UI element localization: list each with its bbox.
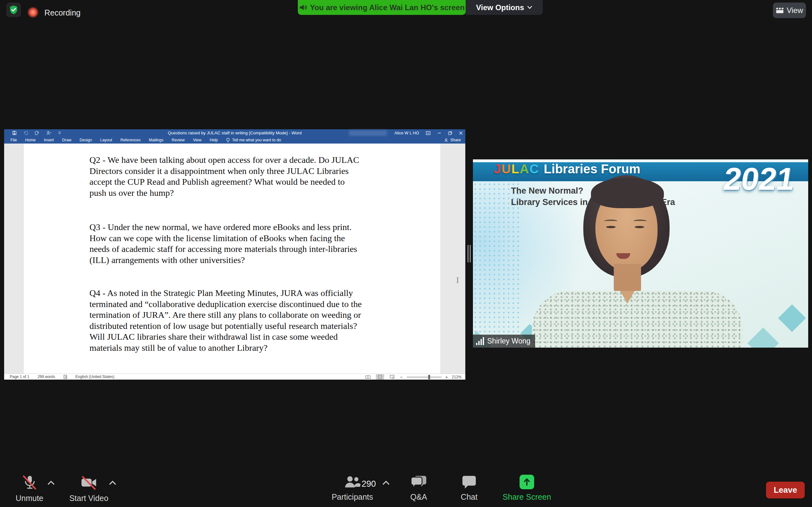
background-diamond [778, 304, 806, 332]
viewing-screen-banner: You are viewing Alice Wai Lan HO's scree… [298, 0, 466, 15]
word-statusbar: Page 1 of 1 299 words English (United St… [4, 374, 465, 380]
qa-label: Q&A [410, 493, 427, 502]
word-ribbon-tabs: File Home Insert Draw Design Layout Refe… [4, 136, 465, 144]
tab-review[interactable]: Review [171, 138, 185, 142]
start-video-button[interactable]: Start Video [69, 475, 108, 503]
tell-me-label: Tell me what you want to do [232, 138, 281, 142]
ribbon-display-options-icon[interactable] [426, 131, 430, 135]
security-shield-button[interactable] [6, 3, 21, 17]
document-paragraph-q2: Q2 - We have been talking about open acc… [90, 155, 394, 199]
shared-screen-word-window: Questions raised by JULAC staff in writi… [4, 129, 465, 377]
tab-view[interactable]: View [193, 138, 201, 142]
tab-help[interactable]: Help [210, 138, 218, 142]
redacted-region [349, 130, 387, 136]
read-mode-icon [365, 375, 370, 379]
camera-off-icon [80, 475, 98, 491]
zoom-percentage[interactable]: 212% [452, 375, 461, 379]
qa-button[interactable]: Q&A [404, 475, 433, 502]
share-screen-icon [519, 475, 534, 489]
speaker-video-tile: JULAC Libraries Forum 2021 The New Norma… [473, 159, 808, 348]
start-video-label: Start Video [69, 494, 108, 503]
panel-resize-handle[interactable] [467, 245, 472, 262]
web-layout-button[interactable] [388, 374, 396, 380]
unmute-button[interactable]: Unmute [14, 475, 45, 503]
share-person-icon [444, 138, 448, 142]
unmute-label: Unmute [15, 494, 44, 503]
forum-year: 2021 [721, 161, 797, 197]
recording-label: Recording [44, 8, 81, 17]
audio-level-icon [476, 337, 484, 345]
qa-bubbles-icon [410, 475, 427, 489]
julac-logo-text: JULAC [494, 162, 539, 176]
participant-name: Shirley Wong [487, 337, 530, 345]
person-blouse [532, 291, 743, 348]
status-page-number[interactable]: Page 1 of 1 [10, 375, 29, 379]
zoom-out-button[interactable]: − [400, 374, 403, 380]
share-screen-button[interactable]: Share Screen [502, 475, 552, 502]
proofing-status-icon[interactable] [63, 375, 67, 379]
chat-label: Chat [461, 493, 478, 502]
print-layout-icon [378, 375, 382, 379]
read-mode-button[interactable] [364, 374, 372, 380]
lightbulb-icon [226, 138, 230, 143]
recording-dot-icon [27, 7, 39, 18]
word-titlebar-controls: Alice W L HO [394, 129, 463, 136]
word-document-page: Q2 - We have been talking about open acc… [24, 144, 440, 374]
word-titlebar: Questions raised by JULAC staff in writi… [4, 129, 465, 136]
audio-options-chevron-icon[interactable] [47, 481, 55, 486]
chat-button[interactable]: Chat [455, 475, 484, 502]
restore-icon[interactable] [448, 131, 452, 135]
share-screen-label: Share Screen [503, 493, 551, 502]
zoom-slider[interactable] [407, 377, 442, 377]
tab-references[interactable]: References [120, 138, 141, 142]
status-language[interactable]: English (United States) [75, 375, 114, 379]
tell-me-box[interactable]: Tell me what you want to do [226, 138, 281, 143]
video-options-chevron-icon[interactable] [108, 481, 117, 486]
view-options-button[interactable]: View Options [466, 0, 543, 15]
participants-chevron-icon[interactable] [382, 481, 390, 486]
forum-banner-rest: Libraries Forum [544, 162, 641, 176]
web-layout-icon [390, 375, 394, 379]
tab-layout[interactable]: Layout [100, 138, 112, 142]
tab-insert[interactable]: Insert [44, 138, 54, 142]
print-layout-button[interactable] [376, 374, 384, 380]
view-layout-button[interactable]: View [773, 3, 806, 18]
chat-bubble-icon [461, 475, 477, 489]
document-paragraph-q3: Q3 - Under the new normal, we have order… [90, 222, 394, 266]
document-paragraph-q4: Q4 - As noted in the Strategic Plan Meet… [90, 288, 394, 354]
zoom-slider-thumb[interactable] [428, 375, 430, 379]
microphone-muted-icon [21, 475, 38, 491]
forum-banner-title: JULAC Libraries Forum [494, 159, 641, 178]
tab-draw[interactable]: Draw [62, 138, 71, 142]
tab-mailings[interactable]: Mailings [149, 138, 163, 142]
shield-check-icon [9, 5, 18, 14]
zoom-in-button[interactable]: + [445, 374, 448, 380]
person-hair-fringe [591, 178, 664, 208]
leave-button[interactable]: Leave [766, 482, 805, 498]
tab-design[interactable]: Design [80, 138, 92, 142]
background-diamond [748, 328, 779, 348]
tab-file[interactable]: File [10, 138, 17, 142]
share-document-button[interactable]: Share [444, 138, 461, 142]
viewing-screen-banner-text: You are viewing Alice Wai Lan HO's scree… [310, 3, 465, 12]
view-options-label: View Options [476, 3, 524, 12]
minimize-icon[interactable] [438, 131, 441, 135]
status-word-count[interactable]: 299 words [38, 375, 55, 379]
zoom-meeting-window: Recording You are viewing Alice Wai Lan … [0, 0, 812, 507]
participant-name-tag: Shirley Wong [473, 335, 535, 348]
word-user-name: Alice W L HO [394, 130, 419, 135]
view-grid-icon [776, 7, 784, 14]
chevron-down-icon [527, 6, 532, 9]
tab-home[interactable]: Home [25, 138, 36, 142]
close-icon[interactable] [459, 131, 463, 135]
word-document-area: Q2 - We have been talking about open acc… [4, 144, 465, 374]
forum-subtitle-line1: The New Normal? [511, 186, 583, 196]
participants-label: Participants [332, 493, 373, 502]
leave-label: Leave [774, 485, 797, 495]
participants-icon [344, 475, 361, 489]
view-button-label: View [786, 6, 803, 15]
participants-count: 290 [362, 479, 376, 489]
text-cursor-icon: I [456, 275, 459, 285]
speaker-icon [299, 3, 307, 12]
share-document-label: Share [450, 138, 461, 142]
